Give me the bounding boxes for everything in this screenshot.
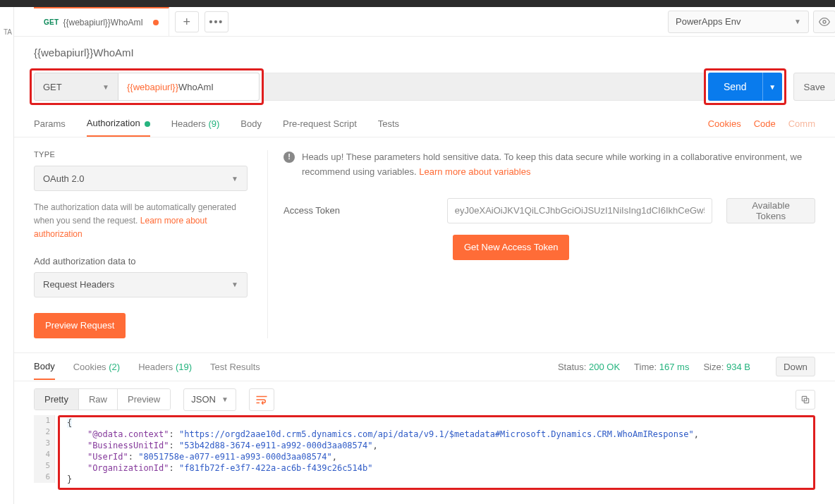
access-token-label: Access Token (284, 205, 433, 216)
copy-response-button[interactable] (796, 390, 815, 410)
get-new-access-token-button[interactable]: Get New Access Token (453, 235, 569, 260)
chevron-down-icon: ▼ (794, 18, 801, 25)
view-mode-segment: Pretty Raw Preview (34, 388, 171, 410)
size-label: Size: 934 B (703, 362, 750, 372)
tab-body[interactable]: Body (240, 111, 262, 136)
request-tabbar: GET {{webapiurl}}WhoAmI + ••• PowerApps … (14, 7, 835, 37)
eye-icon (819, 16, 830, 27)
tab-method: GET (44, 18, 59, 26)
tab-pre-request[interactable]: Pre-request Script (283, 111, 357, 136)
response-body[interactable]: { "@odata.context": "https://orgd2aae10d… (67, 417, 806, 485)
add-auth-to-select[interactable]: Request Headers ▼ (34, 272, 248, 297)
send-button[interactable]: Send (708, 73, 762, 101)
format-select[interactable]: JSON ▼ (183, 388, 236, 411)
auth-description: The authorization data will be automatic… (34, 201, 248, 242)
add-auth-to-label: Add authorization data to (34, 256, 248, 266)
tab-params[interactable]: Params (34, 111, 66, 136)
view-pretty-button[interactable]: Pretty (35, 389, 79, 410)
cookies-link[interactable]: Cookies (708, 118, 741, 129)
download-button[interactable]: Down (776, 357, 815, 376)
response-tab-headers[interactable]: Headers (19) (138, 355, 192, 379)
ellipsis-icon: ••• (209, 16, 224, 27)
chevron-down-icon: ▼ (231, 281, 238, 288)
method-select[interactable]: GET ▼ (34, 73, 118, 101)
heads-up-banner: ! Heads up! These parameters hold sensit… (284, 150, 815, 180)
learn-variables-link[interactable]: Learn more about variables (419, 166, 530, 177)
method-value: GET (43, 82, 62, 92)
save-button[interactable]: Save (793, 73, 835, 101)
copy-icon (800, 395, 810, 405)
tab-title: {{webapiurl}}WhoAmI (63, 18, 142, 27)
auth-type-value: OAuth 2.0 (43, 173, 85, 184)
code-link[interactable]: Code (754, 118, 776, 129)
unsaved-dot-icon (153, 20, 159, 25)
tab-headers[interactable]: Headers (9) (171, 111, 220, 136)
url-highlight-annotation: GET ▼ {{webapiurl}}WhoAmI (30, 68, 264, 105)
environment-name: PowerApps Env (676, 16, 741, 27)
tab-actions-button[interactable]: ••• (205, 11, 228, 32)
response-tab-cookies[interactable]: Cookies (2) (73, 355, 120, 379)
chevron-down-icon: ▼ (769, 83, 776, 91)
request-tab[interactable]: GET {{webapiurl}}WhoAmI (34, 7, 169, 37)
view-raw-button[interactable]: Raw (79, 389, 118, 410)
info-icon: ! (284, 152, 295, 163)
svg-point-0 (823, 20, 826, 23)
plus-icon: + (183, 16, 191, 28)
response-tab-body[interactable]: Body (34, 354, 55, 380)
auth-type-select[interactable]: OAuth 2.0 ▼ (34, 166, 248, 191)
send-dropdown-button[interactable]: ▼ (762, 73, 782, 101)
chevron-down-icon: ▼ (231, 175, 238, 183)
tab-authorization[interactable]: Authorization (87, 111, 150, 137)
active-dot-icon (145, 121, 150, 127)
view-preview-button[interactable]: Preview (118, 389, 170, 410)
preview-request-button[interactable]: Preview Request (34, 313, 126, 338)
new-tab-button[interactable]: + (175, 11, 199, 32)
available-tokens-button[interactable]: Available Tokens (726, 198, 815, 223)
comments-link[interactable]: Comm (788, 118, 815, 129)
titlebar (0, 0, 835, 7)
environment-select[interactable]: PowerApps Env ▼ (668, 11, 809, 33)
environment-quicklook-button[interactable] (813, 11, 835, 33)
line-gutter: 1 2 3 4 5 6 (34, 415, 55, 483)
format-value: JSON (191, 394, 216, 405)
chevron-down-icon: ▼ (102, 83, 109, 91)
tab-tests[interactable]: Tests (378, 111, 399, 136)
url-input[interactable]: {{webapiurl}}WhoAmI (118, 73, 260, 101)
response-body-annotation: { "@odata.context": "https://orgd2aae10d… (58, 415, 815, 490)
wrap-lines-button[interactable] (249, 388, 274, 411)
chevron-down-icon: ▼ (221, 395, 228, 403)
left-sidebar-sliver: TA (0, 7, 14, 490)
request-name[interactable]: {{webapiurl}}WhoAmI (34, 47, 134, 59)
time-label: Time: 167 ms (634, 362, 689, 372)
url-bar-stretch (264, 73, 704, 101)
add-auth-to-value: Request Headers (43, 279, 114, 290)
sidebar-hint: TA (4, 28, 12, 36)
access-token-input[interactable] (447, 198, 712, 223)
wrap-icon (255, 395, 268, 405)
auth-type-label: TYPE (34, 150, 248, 159)
response-tab-test-results[interactable]: Test Results (210, 355, 260, 379)
status-label: Status: 200 OK (558, 362, 620, 372)
send-highlight-annotation: Send ▼ (704, 68, 786, 105)
